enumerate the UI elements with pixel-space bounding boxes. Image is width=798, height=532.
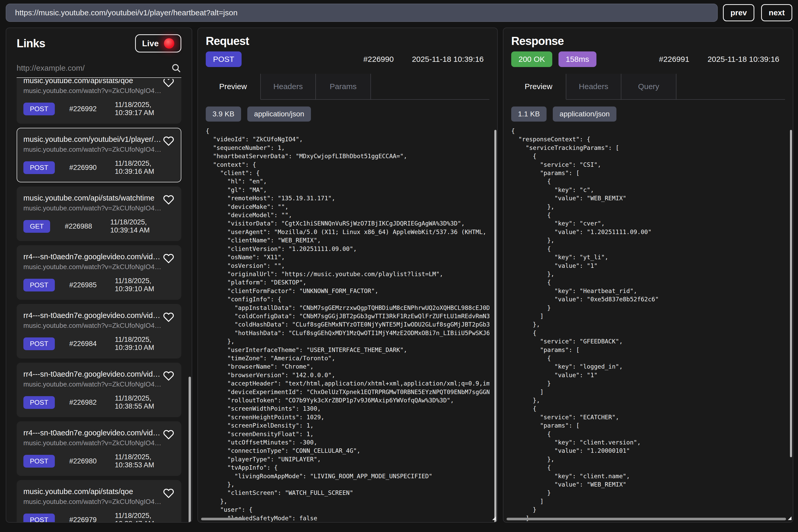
response-content-type-badge: application/json bbox=[553, 107, 616, 121]
heart-icon[interactable] bbox=[163, 136, 174, 147]
link-card-title: music.youtube.com/api/stats/qoe bbox=[23, 487, 169, 496]
link-card-title: music.youtube.com/api/stats/watchtime bbox=[23, 193, 169, 203]
request-body-json[interactable]: { "videoId": "ZkCUfoNgIO4", "sequenceNum… bbox=[206, 127, 489, 522]
link-card[interactable]: rr4---sn-t0aedn7e.googlevideo.com/vid… m… bbox=[17, 363, 181, 417]
response-size-badge: 1.1 KB bbox=[511, 107, 547, 121]
link-card-title: music.youtube.com/api/stats/qoe bbox=[23, 79, 169, 85]
response-tab-headers[interactable]: Headers bbox=[566, 74, 621, 99]
links-title: Links bbox=[17, 37, 45, 50]
request-tab-preview[interactable]: Preview bbox=[206, 74, 261, 100]
request-timestamp: 2025-11-18 10:39:16 bbox=[412, 55, 484, 64]
main-content: Links Live music.youtube.com/api/stats/q… bbox=[0, 22, 798, 526]
response-timestamp: 2025-11-18 10:39:16 bbox=[708, 55, 779, 64]
response-panel: Response 200 OK 158ms #226991 2025-11-18… bbox=[503, 27, 793, 522]
link-card[interactable]: music.youtube.com/youtubei/v1/player/… m… bbox=[17, 128, 181, 182]
link-card-id: #226992 bbox=[69, 105, 97, 113]
link-card-method-badge: POST bbox=[23, 396, 55, 409]
heart-icon[interactable] bbox=[163, 194, 174, 205]
next-button[interactable]: next bbox=[761, 4, 792, 21]
request-horizontal-scrollbar[interactable] bbox=[201, 518, 245, 520]
links-panel: Links Live music.youtube.com/api/stats/q… bbox=[6, 27, 192, 522]
link-card-subtitle: music.youtube.com/watch?v=ZkCUfoNgIO4… bbox=[23, 321, 174, 330]
request-tab-bar: Preview Headers Params bbox=[206, 74, 489, 100]
link-card[interactable]: rr4---sn-t0aedn7e.googlevideo.com/vid… m… bbox=[17, 245, 181, 300]
request-method-badge: POST bbox=[206, 52, 242, 67]
search-icon bbox=[171, 63, 181, 73]
link-card-method-badge: POST bbox=[23, 161, 55, 174]
heart-icon[interactable] bbox=[163, 488, 174, 499]
link-card-id: #226982 bbox=[69, 398, 97, 406]
links-scrollbar[interactable] bbox=[189, 377, 191, 522]
response-title: Response bbox=[511, 34, 785, 48]
link-card-method-badge: POST bbox=[23, 338, 55, 350]
link-card-title: rr4---sn-t0aedn7e.googlevideo.com/vid… bbox=[23, 428, 169, 437]
link-card-title: rr4---sn-t0aedn7e.googlevideo.com/vid… bbox=[23, 252, 169, 261]
link-card-id: #226985 bbox=[69, 281, 97, 289]
request-tab-params[interactable]: Params bbox=[316, 74, 371, 99]
link-card-method-badge: POST bbox=[23, 514, 55, 522]
heart-icon[interactable] bbox=[163, 253, 174, 264]
top-bar: prev next bbox=[0, 0, 798, 22]
response-id: #226991 bbox=[659, 55, 689, 64]
request-tab-headers[interactable]: Headers bbox=[261, 74, 316, 99]
links-search-row bbox=[17, 63, 181, 78]
link-card[interactable]: rr4---sn-t0aedn7e.googlevideo.com/vid… m… bbox=[17, 421, 181, 476]
link-card[interactable]: music.youtube.com/api/stats/qoe music.yo… bbox=[17, 480, 181, 522]
response-tab-preview[interactable]: Preview bbox=[511, 74, 566, 100]
link-card-timestamp: 11/18/2025, 10:39:16 AM bbox=[115, 159, 174, 176]
request-vertical-scrollbar[interactable] bbox=[494, 130, 496, 522]
link-card-method-badge: POST bbox=[23, 455, 55, 468]
link-card[interactable]: music.youtube.com/api/stats/qoe music.yo… bbox=[17, 79, 181, 124]
request-content-type-badge: application/json bbox=[247, 107, 311, 121]
link-card-id: #226990 bbox=[69, 164, 97, 172]
link-card-title: rr4---sn-t0aedn7e.googlevideo.com/vid… bbox=[23, 369, 169, 379]
prev-button[interactable]: prev bbox=[723, 4, 754, 21]
response-duration-badge: 158ms bbox=[558, 52, 596, 67]
link-card-id: #226979 bbox=[69, 516, 97, 522]
response-body-json[interactable]: { "responseContext": { "serviceTrackingP… bbox=[511, 127, 785, 522]
link-card-id: #226988 bbox=[65, 222, 92, 230]
link-card-timestamp: 11/18/2025, 10:39:14 AM bbox=[110, 218, 174, 234]
links-search-input[interactable] bbox=[17, 64, 171, 73]
heart-icon[interactable] bbox=[163, 79, 174, 88]
link-card-timestamp: 11/18/2025, 10:38:53 AM bbox=[115, 453, 174, 469]
link-card-timestamp: 11/18/2025, 10:39:10 AM bbox=[115, 277, 174, 293]
link-card-subtitle: music.youtube.com/watch?v=ZkCUfoNgIO4… bbox=[23, 262, 174, 271]
live-label: Live bbox=[142, 39, 159, 48]
response-status-badge: 200 OK bbox=[511, 52, 552, 67]
response-resize-corner bbox=[788, 516, 792, 520]
request-title: Request bbox=[206, 34, 489, 48]
url-input[interactable] bbox=[6, 4, 718, 22]
heart-icon[interactable] bbox=[163, 370, 174, 381]
link-card-subtitle: music.youtube.com/watch?v=ZkCUfoNgIO4… bbox=[23, 497, 174, 506]
link-card-subtitle: music.youtube.com/watch?v=ZkCUfoNgIO4… bbox=[23, 204, 174, 212]
link-card-timestamp: 11/18/2025, 10:38:55 AM bbox=[115, 394, 174, 411]
link-card-subtitle: music.youtube.com/watch?v=ZkCUfoNgIO4… bbox=[23, 86, 174, 95]
heart-icon[interactable] bbox=[163, 429, 174, 440]
link-card-timestamp: 11/18/2025, 10:39:10 AM bbox=[115, 336, 174, 352]
heart-icon[interactable] bbox=[163, 312, 174, 323]
response-tab-bar: Preview Headers Query bbox=[511, 74, 785, 100]
response-horizontal-scrollbar[interactable] bbox=[507, 518, 786, 520]
link-card-timestamp: 11/18/2025, 10:38:47 AM bbox=[115, 512, 174, 522]
response-vertical-scrollbar[interactable] bbox=[790, 130, 792, 457]
link-card-subtitle: music.youtube.com/watch?v=ZkCUfoNgIO4… bbox=[23, 380, 174, 388]
response-tab-query[interactable]: Query bbox=[621, 74, 677, 99]
request-resize-corner bbox=[492, 516, 496, 520]
links-list: music.youtube.com/api/stats/qoe music.yo… bbox=[17, 79, 181, 522]
link-card-method-badge: POST bbox=[23, 102, 55, 115]
link-card-id: #226980 bbox=[69, 457, 97, 465]
live-indicator-dot bbox=[164, 38, 174, 49]
link-card-title: music.youtube.com/youtubei/v1/player/… bbox=[23, 135, 169, 144]
link-card-method-badge: GET bbox=[23, 220, 50, 233]
request-id: #226990 bbox=[363, 55, 394, 64]
link-card-method-badge: POST bbox=[23, 279, 55, 291]
link-card-title: rr4---sn-t0aedn7e.googlevideo.com/vid… bbox=[23, 311, 169, 320]
link-card[interactable]: music.youtube.com/api/stats/watchtime mu… bbox=[17, 187, 181, 241]
request-panel: Request POST #226990 2025-11-18 10:39:16… bbox=[197, 27, 498, 522]
link-card-id: #226984 bbox=[69, 340, 97, 348]
live-toggle-button[interactable]: Live bbox=[135, 34, 181, 53]
link-card-timestamp: 11/18/2025, 10:39:17 AM bbox=[115, 101, 174, 117]
link-card[interactable]: rr4---sn-t0aedn7e.googlevideo.com/vid… m… bbox=[17, 304, 181, 359]
request-size-badge: 3.9 KB bbox=[206, 107, 241, 121]
